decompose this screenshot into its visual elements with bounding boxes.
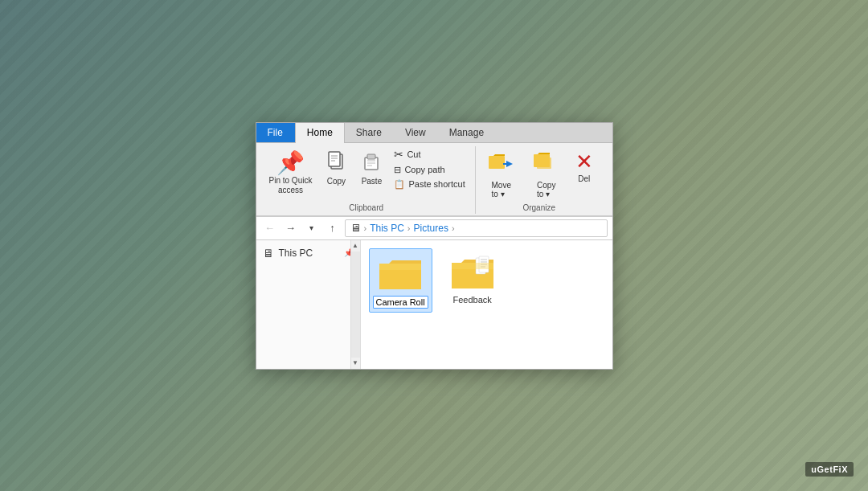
svg-rect-1 <box>329 152 340 166</box>
delete-label: Del <box>578 174 590 183</box>
ribbon-content: 📌 Pin to Quickaccess <box>256 143 612 215</box>
monitor-icon: 🖥 <box>350 222 361 234</box>
copy-to-label: Copyto ▾ <box>537 181 555 198</box>
up-button[interactable]: ↑ <box>324 219 342 237</box>
pin-icon: 📌 <box>276 149 305 176</box>
scroll-up-button[interactable]: ▲ <box>350 240 360 252</box>
this-pc-icon: 🖥 <box>263 247 274 260</box>
clipboard-items: 📌 Pin to Quickaccess <box>264 146 469 202</box>
svg-rect-16 <box>379 264 421 270</box>
svg-rect-12 <box>503 163 510 165</box>
explorer-window: File Home Share View Manage 📌 <box>256 122 613 370</box>
tab-file[interactable]: File <box>256 123 295 142</box>
scroll-down-button[interactable]: ▼ <box>350 358 360 369</box>
nav-scrollbar[interactable]: ▲ ▼ <box>350 240 360 369</box>
paste-label: Paste <box>362 177 383 186</box>
clipboard-group: 📌 Pin to Quickaccess <box>260 146 473 214</box>
move-to-icon <box>487 149 516 181</box>
this-pc-label: This PC <box>279 248 313 259</box>
path-this-pc[interactable]: This PC <box>370 223 404 234</box>
file-area: 🖥 This PC 📌 ▲ ▼ <box>256 240 612 369</box>
back-button[interactable]: ← <box>261 219 279 237</box>
move-to-button[interactable]: Moveto ▾ <box>481 146 522 202</box>
recent-locations-button[interactable]: ▾ <box>303 219 321 237</box>
feedback-label: Feedback <box>452 295 491 305</box>
forward-button[interactable]: → <box>282 219 300 237</box>
copy-path-button[interactable]: ⊟ Copy path <box>391 163 468 177</box>
svg-rect-24 <box>452 263 493 269</box>
camera-roll-label[interactable]: Camera Roll <box>373 296 428 309</box>
copy-path-icon: ⊟ <box>394 165 401 175</box>
watermark: uGetFiX <box>805 462 854 477</box>
copy-icon <box>325 149 347 175</box>
path-pictures[interactable]: Pictures <box>414 223 448 234</box>
move-to-label: Moveto ▾ <box>492 181 511 198</box>
scroll-track <box>351 252 360 358</box>
paste-icon <box>360 149 383 175</box>
nav-item-this-pc[interactable]: 🖥 This PC 📌 <box>256 243 360 263</box>
camera-roll-folder-icon <box>376 252 424 293</box>
copy-to-button[interactable]: Copyto ▾ <box>526 146 567 202</box>
address-path[interactable]: 🖥 › This PC › Pictures › <box>345 219 608 237</box>
tab-manage[interactable]: Manage <box>438 123 496 142</box>
svg-rect-6 <box>367 154 375 159</box>
address-bar: ← → ▾ ↑ 🖥 › This PC › Pictures › <box>256 216 612 240</box>
paste-shortcut-icon: 📋 <box>394 179 405 190</box>
tab-view[interactable]: View <box>394 123 438 142</box>
feedback-folder-icon <box>448 252 497 292</box>
pin-label: Pin to Quickaccess <box>269 176 313 195</box>
nav-pane: 🖥 This PC 📌 ▲ ▼ <box>256 240 361 369</box>
paste-shortcut-button[interactable]: 📋 Paste shortcut <box>391 178 468 191</box>
scissors-icon: ✂ <box>394 148 403 161</box>
organize-label: Organize <box>522 203 555 214</box>
small-clipboard-group: ✂ Cut ⊟ Copy path 📋 Paste shortcut <box>391 146 468 191</box>
pin-to-quick-access-button[interactable]: 📌 Pin to Quickaccess <box>264 146 317 198</box>
ribbon-tab-bar: File Home Share View Manage <box>256 123 612 143</box>
svg-rect-14 <box>534 154 550 167</box>
content-pane: Camera Roll <box>361 240 612 369</box>
clipboard-label: Clipboard <box>349 203 383 214</box>
organize-group: Moveto ▾ Copy <box>475 146 603 214</box>
copy-to-icon <box>532 149 561 181</box>
organize-items: Moveto ▾ Copy <box>481 146 598 202</box>
folder-camera-roll[interactable]: Camera Roll <box>369 248 432 313</box>
tab-share[interactable]: Share <box>345 123 394 142</box>
folder-feedback[interactable]: Feedback <box>445 248 500 308</box>
cut-button[interactable]: ✂ Cut <box>391 146 468 162</box>
delete-button[interactable]: ✕ Del <box>571 146 598 186</box>
tab-home[interactable]: Home <box>295 123 345 143</box>
delete-icon: ✕ <box>575 149 593 174</box>
copy-button[interactable]: Copy <box>320 146 352 189</box>
paste-button[interactable]: Paste <box>355 146 387 189</box>
copy-label: Copy <box>327 177 346 186</box>
ribbon: File Home Share View Manage 📌 <box>256 123 612 216</box>
svg-rect-10 <box>489 156 505 169</box>
